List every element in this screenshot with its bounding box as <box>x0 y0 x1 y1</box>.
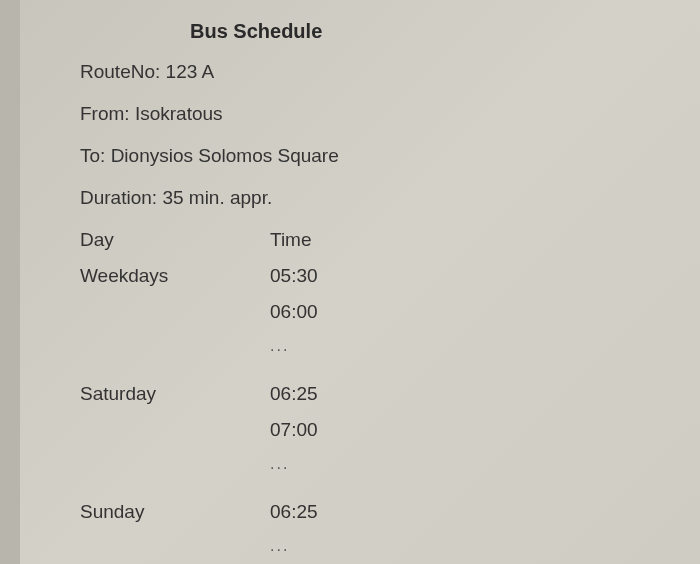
header-day: Day <box>80 229 270 251</box>
route-value: 123 A <box>166 61 215 82</box>
to-value: Dionysios Solomos Square <box>111 145 339 166</box>
ellipsis: ... <box>270 337 318 355</box>
duration-line: Duration: 35 min. appr. <box>80 187 700 209</box>
duration-label: Duration: <box>80 187 157 208</box>
time-value: 06:25 <box>270 501 318 523</box>
time-value: 05:30 <box>270 265 318 287</box>
schedule-header: Day Time <box>80 229 700 251</box>
day-sunday: Sunday <box>80 501 270 564</box>
ellipsis: ... <box>270 455 318 473</box>
to-label: To: <box>80 145 105 166</box>
times-sunday: 06:25 ... <box>270 501 318 564</box>
time-value: 06:25 <box>270 383 318 405</box>
from-line: From: Isokratous <box>80 103 700 125</box>
day-saturday: Saturday <box>80 383 270 487</box>
from-value: Isokratous <box>135 103 223 124</box>
time-value: 07:00 <box>270 419 318 441</box>
schedule-row-sunday: Sunday 06:25 ... <box>80 501 700 564</box>
schedule-row-weekdays: Weekdays 05:30 06:00 ... <box>80 265 700 369</box>
time-value: 06:00 <box>270 301 318 323</box>
ellipsis: ... <box>270 537 318 555</box>
route-label: RouteNo: <box>80 61 160 82</box>
schedule-row-saturday: Saturday 06:25 07:00 ... <box>80 383 700 487</box>
from-label: From: <box>80 103 130 124</box>
page-title: Bus Schedule <box>190 20 700 43</box>
header-time: Time <box>270 229 312 251</box>
times-weekdays: 05:30 06:00 ... <box>270 265 318 369</box>
route-line: RouteNo: 123 A <box>80 61 700 83</box>
duration-value: 35 min. appr. <box>162 187 272 208</box>
times-saturday: 06:25 07:00 ... <box>270 383 318 487</box>
bus-schedule-page: Bus Schedule RouteNo: 123 A From: Isokra… <box>0 0 700 564</box>
day-weekdays: Weekdays <box>80 265 270 369</box>
to-line: To: Dionysios Solomos Square <box>80 145 700 167</box>
schedule-table: Day Time Weekdays 05:30 06:00 ... Saturd… <box>80 229 700 564</box>
